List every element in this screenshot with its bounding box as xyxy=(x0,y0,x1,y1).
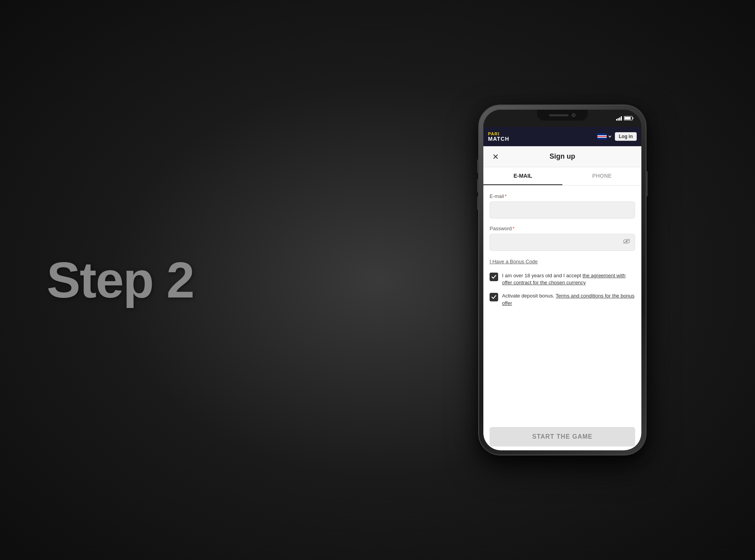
checkbox-age-agreement[interactable] xyxy=(490,273,498,281)
flag-icon xyxy=(597,133,607,140)
password-label: Password* xyxy=(490,226,635,231)
password-input[interactable] xyxy=(490,234,635,251)
bonus-code-link[interactable]: I Have a Bonus Code xyxy=(490,259,538,264)
svg-rect-2 xyxy=(619,117,620,121)
email-label: E-mail* xyxy=(490,193,635,199)
logo-match-text: MATCH xyxy=(488,136,509,142)
start-game-button[interactable]: START THE GAME xyxy=(490,427,635,446)
logo-pari-text: PARI xyxy=(488,132,509,136)
eye-toggle-icon[interactable] xyxy=(623,238,630,247)
camera-icon xyxy=(572,113,576,117)
svg-rect-10 xyxy=(597,135,607,136)
checkbox-age-agreement-row: I am over 18 years old and I accept the … xyxy=(490,272,635,286)
password-wrapper xyxy=(490,234,635,251)
email-input[interactable] xyxy=(490,201,635,219)
screen-content: ✕ Sign up E-MAIL PHONE E-mail* xyxy=(483,146,641,450)
checkbox-bonus-row: Activate deposit bonus. Terms and condit… xyxy=(490,292,635,306)
battery-icon xyxy=(624,116,634,121)
close-button[interactable]: ✕ xyxy=(490,151,501,163)
phone-shell: PARI MATCH xyxy=(479,105,646,455)
checkbox-bonus-label: Activate deposit bonus. Terms and condit… xyxy=(502,292,635,306)
signup-form: E-mail* Password* xyxy=(483,186,641,423)
signup-modal: ✕ Sign up E-MAIL PHONE E-mail* xyxy=(483,146,641,450)
header-right: Log in xyxy=(597,132,637,141)
svg-rect-11 xyxy=(597,137,607,138)
svg-rect-5 xyxy=(633,117,634,119)
signal-icon xyxy=(616,116,622,121)
login-button[interactable]: Log in xyxy=(615,132,637,141)
step-label: Step 2 xyxy=(47,255,194,305)
svg-rect-3 xyxy=(621,116,622,121)
phone-notch xyxy=(537,110,588,121)
parimatch-logo: PARI MATCH xyxy=(488,132,509,142)
tab-phone[interactable]: PHONE xyxy=(562,167,641,185)
chevron-down-icon xyxy=(608,135,612,138)
speaker-icon xyxy=(549,114,569,116)
svg-rect-1 xyxy=(618,118,619,121)
app-header: PARI MATCH xyxy=(483,127,641,146)
tab-email[interactable]: E-MAIL xyxy=(483,167,562,185)
svg-rect-6 xyxy=(625,117,631,120)
tabs-container: E-MAIL PHONE xyxy=(483,167,641,186)
checkbox-bonus[interactable] xyxy=(490,293,498,301)
svg-rect-0 xyxy=(616,119,617,121)
checkbox-age-label: I am over 18 years old and I accept the … xyxy=(502,272,635,286)
flag-wrapper xyxy=(597,133,612,140)
status-icons xyxy=(616,116,634,121)
phone-device: PARI MATCH xyxy=(479,105,646,455)
status-bar xyxy=(483,110,641,127)
phone-bezel: PARI MATCH xyxy=(483,110,641,450)
modal-title: Sign up xyxy=(550,152,575,161)
modal-header: ✕ Sign up xyxy=(483,146,641,167)
